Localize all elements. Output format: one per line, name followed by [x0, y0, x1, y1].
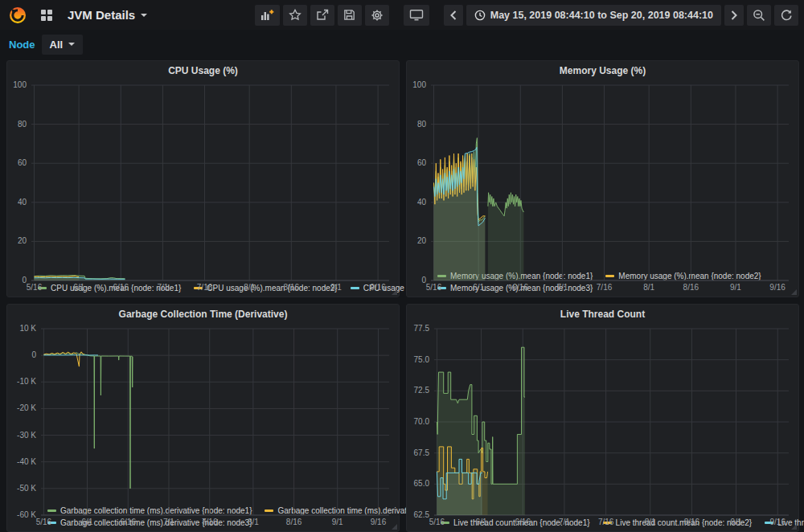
panel-resize-handle[interactable]: [392, 524, 397, 530]
star-button[interactable]: [283, 5, 307, 26]
add-panel-button[interactable]: [255, 5, 280, 26]
x-tick-label: 6/16: [513, 283, 529, 292]
panel-memory-usage: Memory Usage (%) 0204060801005/166/16/16…: [406, 60, 799, 297]
live-thread-count-chart[interactable]: 77.575.072.570.067.565.062.55/166/16/167…: [407, 324, 798, 516]
gear-icon: [371, 9, 384, 22]
panel-cpu-usage: CPU Usage (%) 0204060801005/166/16/167/1…: [6, 60, 400, 297]
x-tick-label: 7/16: [598, 518, 614, 526]
chart-canvas[interactable]: 0204060801005/166/16/167/17/168/18/169/1…: [407, 80, 798, 293]
x-tick-label: 7/16: [197, 283, 213, 292]
time-range-label: May 15, 2019 08:44:10 to Sep 20, 2019 08…: [490, 10, 713, 21]
variable-value: All: [50, 39, 64, 51]
cycle-view-button[interactable]: [404, 5, 429, 26]
y-tick-label: 100: [13, 80, 27, 89]
panel-title[interactable]: CPU Usage (%): [7, 61, 399, 80]
x-tick-label: 7/16: [202, 518, 218, 526]
tv-icon: [409, 9, 424, 21]
save-button[interactable]: [338, 5, 362, 26]
y-tick-label: 40: [417, 198, 427, 207]
time-forward-button[interactable]: [724, 5, 744, 26]
x-tick-label: 9/16: [371, 518, 387, 526]
y-tick-label: 70.0: [414, 417, 430, 426]
chevron-left-icon: [449, 10, 457, 21]
chart-canvas[interactable]: 10 K0-10 K-20 K-30 K-40 K-50 K-60 K5/166…: [7, 324, 399, 528]
clock-icon: [474, 10, 486, 21]
panel-resize-handle[interactable]: [791, 524, 797, 530]
chart-canvas[interactable]: 0204060801005/166/16/167/17/168/18/169/1…: [7, 80, 399, 293]
gc-time-chart[interactable]: 10 K0-10 K-20 K-30 K-40 K-50 K-60 K5/166…: [7, 324, 399, 504]
top-navbar: JVM Details: [0, 0, 804, 30]
submenu: Node All: [0, 30, 804, 59]
x-tick-label: 9/1: [330, 283, 342, 292]
x-tick-label: 9/16: [769, 518, 786, 526]
x-tick-label: 9/16: [370, 283, 386, 292]
refresh-button[interactable]: [774, 5, 798, 26]
y-tick-label: -30 K: [17, 431, 36, 440]
chart-canvas[interactable]: 77.575.072.570.067.565.062.55/166/16/167…: [407, 324, 798, 528]
chevron-right-icon: [730, 10, 738, 21]
panel-title[interactable]: Memory Usage (%): [407, 61, 798, 80]
x-tick-label: 8/1: [248, 518, 259, 526]
panel-resize-handle[interactable]: [791, 289, 797, 295]
y-tick-label: 60: [18, 158, 27, 167]
y-tick-label: -40 K: [17, 457, 36, 466]
time-range-button[interactable]: May 15, 2019 08:44:10 to Sep 20, 2019 08…: [466, 5, 721, 26]
y-tick-label: 20: [417, 236, 427, 245]
y-tick-label: 60: [417, 158, 427, 167]
refresh-icon: [780, 9, 793, 22]
x-tick-label: 9/1: [730, 283, 741, 292]
y-tick-label: -10 K: [17, 377, 36, 386]
x-tick-label: 8/16: [683, 283, 699, 292]
x-tick-label: 6/16: [515, 518, 531, 526]
y-tick-label: 65.0: [414, 479, 430, 488]
zoom-out-magnifier-icon: [753, 9, 765, 22]
x-tick-label: 9/1: [332, 518, 343, 526]
panel-gc-time: Garbage Collection Time (Derivative) 10 …: [6, 304, 400, 532]
x-tick-label: 8/1: [645, 518, 656, 526]
caret-down-icon: [68, 43, 75, 46]
y-tick-label: 75.0: [414, 355, 430, 364]
panel-resize-handle[interactable]: [392, 289, 397, 295]
x-tick-label: 9/16: [769, 283, 786, 292]
caret-down-icon: [141, 14, 147, 17]
panel-live-thread-count: Live Thread Count 77.575.072.570.067.565…: [406, 304, 799, 532]
settings-button[interactable]: [365, 5, 389, 26]
grafana-logo-icon[interactable]: [8, 6, 27, 25]
y-tick-label: 40: [18, 198, 27, 207]
cpu-usage-chart[interactable]: 0204060801005/166/16/167/17/168/18/169/1…: [7, 80, 399, 281]
y-tick-label: 77.5: [414, 324, 430, 333]
x-tick-label: 5/16: [426, 283, 442, 292]
dashboards-grid-icon[interactable]: [40, 9, 53, 22]
panel-title[interactable]: Garbage Collection Time (Derivative): [7, 305, 399, 324]
x-tick-label: 8/1: [643, 283, 654, 292]
x-tick-label: 7/1: [556, 283, 568, 292]
panel-title[interactable]: Live Thread Count: [407, 305, 798, 324]
x-tick-label: 7/1: [559, 518, 570, 526]
dashboard-title-dropdown[interactable]: JVM Details: [68, 8, 147, 22]
y-tick-label: 10 K: [19, 324, 36, 333]
y-tick-label: -50 K: [17, 484, 36, 493]
x-tick-label: 6/1: [82, 518, 93, 526]
x-tick-label: 5/16: [36, 518, 52, 526]
y-tick-label: 67.5: [414, 448, 430, 457]
y-tick-label: 100: [412, 80, 426, 89]
y-tick-label: 80: [18, 120, 27, 129]
zoom-out-button[interactable]: [747, 5, 771, 26]
x-tick-label: 8/16: [284, 283, 300, 292]
y-tick-label: -60 K: [17, 510, 36, 519]
x-tick-label: 6/1: [476, 518, 487, 526]
star-icon: [289, 9, 302, 21]
page-title: JVM Details: [68, 8, 135, 22]
share-button[interactable]: [310, 5, 334, 26]
brand: JVM Details: [8, 6, 147, 25]
add-panel-icon: [260, 9, 274, 21]
time-back-button[interactable]: [444, 5, 463, 26]
toolbar: May 15, 2019 08:44:10 to Sep 20, 2019 08…: [255, 5, 798, 26]
memory-usage-chart[interactable]: 0204060801005/166/16/167/17/168/18/169/1…: [407, 80, 798, 269]
x-tick-label: 6/16: [121, 518, 137, 526]
y-tick-label: -20 K: [17, 403, 36, 412]
x-tick-label: 8/1: [244, 283, 255, 292]
x-tick-label: 8/16: [684, 518, 700, 526]
x-tick-label: 8/16: [286, 518, 302, 526]
variable-value-dropdown[interactable]: All: [42, 35, 84, 55]
